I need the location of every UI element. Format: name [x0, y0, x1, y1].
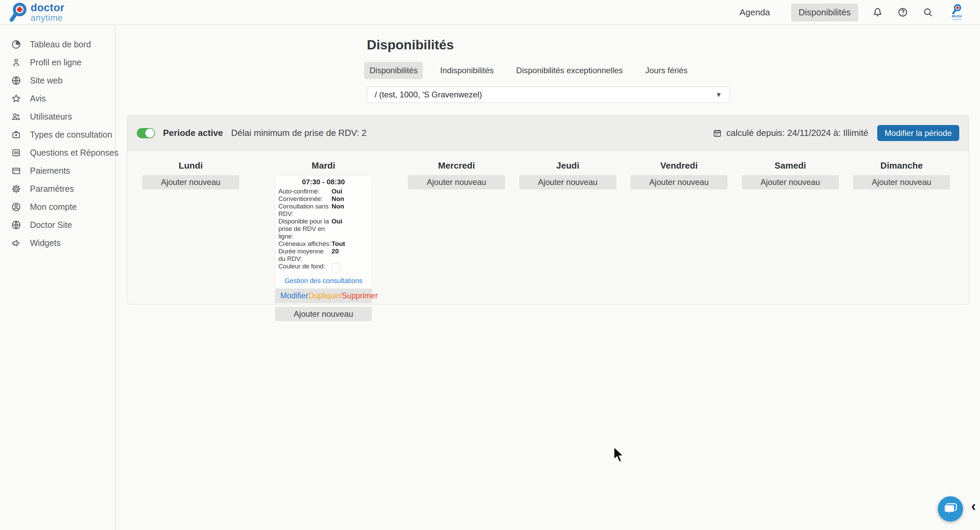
- slot-action-modifier[interactable]: Modifier: [280, 291, 308, 300]
- add-new-button-mercredi[interactable]: Ajouter nouveau: [408, 175, 505, 189]
- star-icon: [11, 93, 21, 104]
- magnifier-cross-icon: [952, 4, 962, 14]
- slot-field-label: Consultation sans RDV:: [278, 203, 331, 218]
- period-range-text: calculé depuis: 24/11/2024 à: Illimité: [726, 128, 868, 138]
- logo-line2: anytime: [30, 13, 64, 22]
- users-icon: [11, 112, 21, 122]
- day-column-dimanche: DimancheAjouter nouveau: [853, 151, 950, 189]
- slot-time: 07:30 - 08:30: [275, 178, 372, 186]
- sidebar-item-mon-compte[interactable]: Mon compte: [0, 198, 115, 216]
- quotes-icon: 99: [11, 147, 21, 158]
- search-icon[interactable]: [922, 6, 934, 18]
- edit-period-button[interactable]: Modifier la période: [877, 125, 959, 141]
- period-active-toggle[interactable]: [137, 128, 155, 138]
- app-logo[interactable]: doctor anytime: [9, 2, 64, 22]
- tab-disponibilites-exceptionnelles[interactable]: Disponibilités exceptionnelles: [511, 62, 628, 79]
- sidebar-item-label: Tableau de bord: [30, 40, 91, 49]
- add-new-button-mardi[interactable]: Ajouter nouveau: [275, 307, 372, 321]
- medical-bag-icon: [11, 129, 21, 140]
- person-icon: [11, 57, 21, 68]
- help-icon[interactable]: [897, 6, 908, 18]
- day-header: Mardi: [275, 160, 372, 171]
- add-new-button-lundi[interactable]: Ajouter nouveau: [142, 175, 239, 189]
- sidebar-item-doctor-site[interactable]: Doctor Site: [0, 216, 115, 234]
- day-column-lundi: LundiAjouter nouveau: [142, 151, 239, 189]
- add-new-button-vendredi[interactable]: Ajouter nouveau: [630, 175, 727, 189]
- practice-select[interactable]: / (test, 1000, 'S Gravenwezel) ▼: [367, 86, 730, 103]
- avatar-logo-line2: anytime: [952, 18, 962, 21]
- toggle-knob: [145, 129, 154, 137]
- manage-consultations-link[interactable]: Gestion des consultations: [275, 277, 372, 285]
- add-new-button-dimanche[interactable]: Ajouter nouveau: [853, 175, 950, 189]
- day-header: Vendredi: [630, 160, 727, 171]
- day-header: Dimanche: [853, 160, 950, 171]
- sidebar-item-avis[interactable]: Avis: [0, 89, 115, 108]
- slot-fields: Auto-confirmé:OuiConventionnée:NonConsul…: [275, 186, 372, 274]
- page-title: Disponibilités: [367, 37, 454, 53]
- slot-action-supprimer[interactable]: Supprimer: [342, 291, 378, 300]
- slot-field-value: Tout: [331, 240, 369, 247]
- sidebar-item-questions-et-reponses[interactable]: 99Questions et Réponses: [0, 144, 115, 162]
- slot-field-value: Non: [331, 195, 369, 203]
- slot-field-value: [331, 263, 369, 274]
- credit-card-icon: [11, 166, 21, 176]
- header-nav: AgendaDisponibilités doctor anytime: [732, 3, 971, 22]
- slot-field-value: Oui: [331, 188, 369, 195]
- calendar-icon: [713, 128, 722, 138]
- slot-field-row: Conventionnée:Non: [278, 195, 369, 203]
- period-header: Periode active Délai minimum de prise de…: [127, 115, 969, 151]
- sidebar-item-widgets[interactable]: Widgets: [0, 234, 115, 252]
- availability-panel: Periode active Délai minimum de prise de…: [127, 115, 969, 305]
- day-header: Mercredi: [408, 160, 505, 171]
- sidebar-item-label: Mon compte: [30, 202, 77, 212]
- chat-bubbles-icon: [943, 502, 958, 516]
- sidebar-item-label: Types de consultation: [30, 130, 112, 140]
- period-title: Periode active: [163, 128, 223, 138]
- tab-indisponibilites[interactable]: Indisponibilités: [434, 62, 499, 79]
- sidebar-item-label: Paramètres: [30, 184, 74, 194]
- slot-field-label: Créneaux affichés:: [278, 240, 331, 247]
- magnifier-cross-icon: [9, 2, 28, 22]
- slot-field-label: Conventionnée:: [278, 195, 331, 203]
- sidebar-item-profil-en-ligne[interactable]: Profil en ligne: [0, 53, 115, 72]
- globe-icon: [11, 75, 21, 86]
- add-new-button-jeudi[interactable]: Ajouter nouveau: [519, 175, 616, 189]
- sidebar-item-utilisateurs[interactable]: Utilisateurs: [0, 108, 115, 126]
- globe-icon: [11, 220, 21, 230]
- slot-field-row: Couleur de fond:: [278, 263, 369, 274]
- header-nav-disponibilites[interactable]: Disponibilités: [791, 3, 858, 21]
- slot-field-value: Oui: [331, 218, 369, 225]
- sidebar-item-paiements[interactable]: Paiements: [0, 162, 115, 180]
- slot-field-label: Disponible pour la prise de RDV en ligne…: [278, 218, 331, 240]
- period-subtitle: Délai minimum de prise de RDV: 2: [231, 128, 366, 138]
- collapse-chevron[interactable]: ‹: [971, 498, 976, 514]
- header-nav-agenda[interactable]: Agenda: [732, 3, 778, 21]
- day-header: Lundi: [142, 160, 239, 171]
- period-left: Periode active Délai minimum de prise de…: [137, 128, 366, 138]
- sidebar-item-label: Profil en ligne: [30, 57, 81, 67]
- tab-disponibilites[interactable]: Disponibilités: [364, 62, 423, 79]
- user-avatar[interactable]: doctor anytime: [947, 3, 966, 22]
- sidebar: Tableau de bordProfil en ligneSite webAv…: [0, 26, 116, 530]
- sidebar-item-tableau-de-bord[interactable]: Tableau de bord: [0, 35, 115, 53]
- sidebar-item-parametres[interactable]: Paramètres: [0, 180, 115, 198]
- account-circle-icon: [11, 202, 21, 212]
- day-column-samedi: SamediAjouter nouveau: [742, 151, 839, 189]
- background-color-swatch[interactable]: [331, 263, 340, 272]
- sidebar-item-types-de-consultation[interactable]: Types de consultation: [0, 126, 115, 144]
- sidebar-item-label: Doctor Site: [30, 220, 72, 230]
- gear-icon: [11, 184, 21, 194]
- period-range: calculé depuis: 24/11/2024 à: Illimité: [713, 128, 868, 138]
- slot-field-label: Durée moyenne du RDV:: [278, 247, 331, 263]
- slot-field-row: Créneaux affichés:Tout: [278, 240, 369, 247]
- add-new-button-samedi[interactable]: Ajouter nouveau: [742, 175, 839, 189]
- slot-action-dupliquer[interactable]: Dupliquer: [308, 291, 342, 300]
- chat-widget-button[interactable]: [938, 496, 963, 522]
- tab-jours-feries[interactable]: Jours fériés: [640, 62, 693, 79]
- bell-icon[interactable]: [872, 6, 883, 18]
- sidebar-item-site-web[interactable]: Site web: [0, 72, 115, 89]
- slot-field-value: 20: [331, 247, 369, 255]
- logo-text: doctor anytime: [30, 2, 64, 22]
- day-column-mercredi: MercrediAjouter nouveau: [408, 151, 505, 189]
- sidebar-item-label: Site web: [30, 76, 63, 86]
